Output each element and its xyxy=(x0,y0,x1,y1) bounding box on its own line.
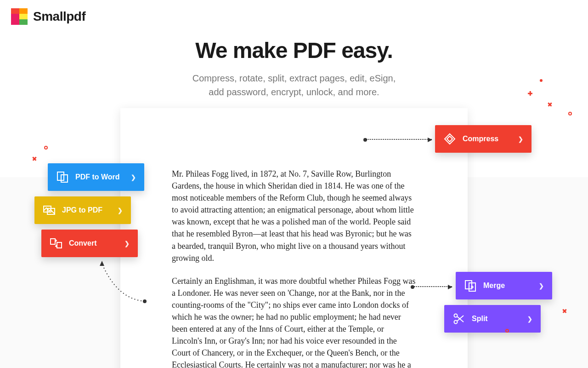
jpg-to-pdf-button[interactable]: JPG to PDF ❯ xyxy=(34,196,131,224)
svg-point-12 xyxy=(454,314,458,317)
arrow-compress xyxy=(365,139,432,140)
chevron-right-icon: ❯ xyxy=(118,207,123,214)
chevron-right-icon: ❯ xyxy=(539,282,544,289)
tool-label: Merge xyxy=(483,282,532,290)
header: Smallpdf xyxy=(0,0,588,33)
pdf-to-word-icon xyxy=(56,171,69,184)
page-title: We make PDF easy. xyxy=(0,38,588,63)
svg-point-13 xyxy=(454,321,458,324)
split-button[interactable]: Split ❯ xyxy=(444,305,541,333)
decoration-x-icon xyxy=(548,102,552,107)
compress-icon xyxy=(443,132,456,145)
subtitle-line-2: add password, encrypt, unlock, and more. xyxy=(0,85,588,99)
document-preview: Mr. Phileas Fogg lived, in 1872, at No. … xyxy=(120,108,468,368)
tool-label: Convert xyxy=(69,239,118,247)
chevron-right-icon: ❯ xyxy=(124,240,130,247)
compress-button[interactable]: Compress ❯ xyxy=(435,125,531,153)
document-paragraph: Certainly an Englishman, it was more dou… xyxy=(172,275,416,368)
decoration-x-icon xyxy=(32,156,37,161)
hero: We make PDF easy. Compress, rotate, spli… xyxy=(0,38,588,99)
jpg-to-pdf-icon xyxy=(43,204,56,217)
subtitle-line-1: Compress, rotate, split, extract pages, … xyxy=(0,71,588,85)
merge-icon xyxy=(464,279,477,292)
svg-marker-17 xyxy=(100,261,104,266)
tool-label: JPG to PDF xyxy=(62,206,111,214)
chevron-right-icon: ❯ xyxy=(527,316,532,322)
tool-label: Compress xyxy=(463,135,512,143)
decoration-circle-icon xyxy=(44,146,48,150)
svg-rect-4 xyxy=(51,239,55,244)
tool-label: Split xyxy=(472,315,521,323)
svg-line-15 xyxy=(457,316,464,321)
svg-marker-7 xyxy=(447,136,452,142)
convert-icon xyxy=(50,237,62,250)
brand-name: Smallpdf xyxy=(33,9,85,24)
svg-point-16 xyxy=(143,299,147,303)
split-icon xyxy=(452,312,465,325)
logo-icon xyxy=(11,8,28,25)
chevron-right-icon: ❯ xyxy=(131,174,136,181)
chevron-right-icon: ❯ xyxy=(518,136,523,143)
pdf-to-word-button[interactable]: PDF to Word ❯ xyxy=(48,163,144,191)
svg-rect-5 xyxy=(57,242,62,248)
arrow-merge xyxy=(413,286,452,287)
svg-line-14 xyxy=(457,316,464,322)
tool-label: PDF to Word xyxy=(75,173,124,181)
svg-marker-6 xyxy=(445,134,455,144)
document-paragraph: Mr. Phileas Fogg lived, in 1872, at No. … xyxy=(172,168,416,264)
merge-button[interactable]: Merge ❯ xyxy=(456,272,552,299)
convert-button[interactable]: Convert ❯ xyxy=(41,230,138,257)
stage: Mr. Phileas Fogg lived, in 1872, at No. … xyxy=(0,108,588,368)
